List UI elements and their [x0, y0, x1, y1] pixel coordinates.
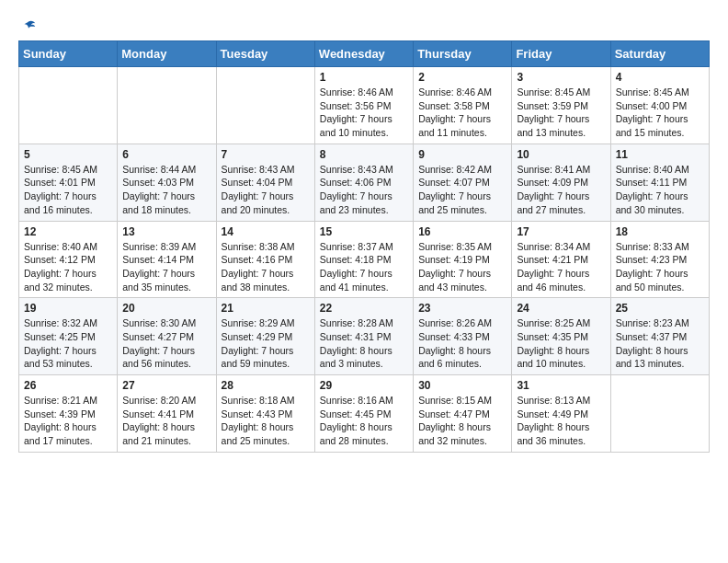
day-info: Sunrise: 8:15 AMSunset: 4:47 PMDaylight:…	[418, 394, 506, 448]
weekday-header-sunday: Sunday	[19, 41, 118, 67]
day-number: 18	[616, 225, 704, 238]
day-number: 12	[24, 225, 112, 238]
day-info: Sunrise: 8:46 AMSunset: 3:56 PMDaylight:…	[320, 86, 408, 140]
logo	[18, 18, 37, 31]
day-number: 6	[122, 148, 210, 161]
day-info: Sunrise: 8:44 AMSunset: 4:03 PMDaylight:…	[122, 163, 210, 217]
day-info: Sunrise: 8:33 AMSunset: 4:23 PMDaylight:…	[616, 240, 704, 294]
calendar-cell	[19, 67, 118, 144]
day-number: 2	[418, 71, 506, 84]
day-number: 21	[222, 302, 310, 315]
day-number: 17	[517, 225, 605, 238]
day-number: 7	[222, 148, 310, 161]
day-info: Sunrise: 8:45 AMSunset: 4:00 PMDaylight:…	[616, 86, 704, 140]
calendar-cell: 7Sunrise: 8:43 AMSunset: 4:04 PMDaylight…	[216, 144, 314, 221]
day-info: Sunrise: 8:43 AMSunset: 4:06 PMDaylight:…	[320, 163, 408, 217]
calendar-cell: 10Sunrise: 8:41 AMSunset: 4:09 PMDayligh…	[512, 144, 610, 221]
day-info: Sunrise: 8:39 AMSunset: 4:14 PMDaylight:…	[122, 240, 210, 294]
calendar-cell: 3Sunrise: 8:45 AMSunset: 3:59 PMDaylight…	[512, 67, 610, 144]
logo-bird-icon	[20, 18, 37, 35]
calendar-cell: 5Sunrise: 8:45 AMSunset: 4:01 PMDaylight…	[19, 144, 118, 221]
day-number: 4	[616, 71, 704, 84]
calendar-cell: 23Sunrise: 8:26 AMSunset: 4:33 PMDayligh…	[414, 298, 512, 375]
day-info: Sunrise: 8:34 AMSunset: 4:21 PMDaylight:…	[517, 240, 605, 294]
calendar-cell: 28Sunrise: 8:18 AMSunset: 4:43 PMDayligh…	[216, 375, 314, 453]
day-info: Sunrise: 8:38 AMSunset: 4:16 PMDaylight:…	[222, 240, 310, 294]
calendar-cell: 16Sunrise: 8:35 AMSunset: 4:19 PMDayligh…	[414, 221, 512, 298]
weekday-header-tuesday: Tuesday	[216, 41, 314, 67]
calendar-cell: 12Sunrise: 8:40 AMSunset: 4:12 PMDayligh…	[19, 221, 118, 298]
calendar-cell: 9Sunrise: 8:42 AMSunset: 4:07 PMDaylight…	[414, 144, 512, 221]
day-info: Sunrise: 8:43 AMSunset: 4:04 PMDaylight:…	[222, 163, 310, 217]
day-number: 3	[517, 71, 605, 84]
calendar-cell: 29Sunrise: 8:16 AMSunset: 4:45 PMDayligh…	[314, 375, 413, 453]
weekday-header-thursday: Thursday	[414, 41, 512, 67]
day-number: 11	[616, 148, 704, 161]
day-number: 24	[517, 302, 605, 315]
calendar-cell	[118, 67, 216, 144]
calendar-cell: 20Sunrise: 8:30 AMSunset: 4:27 PMDayligh…	[118, 298, 216, 375]
day-number: 23	[418, 302, 506, 315]
day-number: 9	[418, 148, 506, 161]
day-info: Sunrise: 8:25 AMSunset: 4:35 PMDaylight:…	[517, 316, 605, 371]
day-number: 19	[24, 302, 112, 315]
day-info: Sunrise: 8:45 AMSunset: 3:59 PMDaylight:…	[517, 86, 605, 140]
day-info: Sunrise: 8:21 AMSunset: 4:39 PMDaylight:…	[24, 394, 112, 448]
calendar-cell: 2Sunrise: 8:46 AMSunset: 3:58 PMDaylight…	[414, 67, 512, 144]
calendar-cell: 1Sunrise: 8:46 AMSunset: 3:56 PMDaylight…	[314, 67, 413, 144]
day-info: Sunrise: 8:26 AMSunset: 4:33 PMDaylight:…	[418, 316, 506, 371]
day-info: Sunrise: 8:30 AMSunset: 4:27 PMDaylight:…	[122, 316, 210, 371]
day-info: Sunrise: 8:13 AMSunset: 4:49 PMDaylight:…	[517, 394, 605, 448]
header	[18, 18, 710, 31]
day-number: 15	[320, 225, 408, 238]
weekday-header-wednesday: Wednesday	[314, 41, 413, 67]
day-number: 25	[616, 302, 704, 315]
calendar-cell: 19Sunrise: 8:32 AMSunset: 4:25 PMDayligh…	[19, 298, 118, 375]
day-number: 26	[24, 379, 112, 392]
calendar-cell: 18Sunrise: 8:33 AMSunset: 4:23 PMDayligh…	[610, 221, 709, 298]
calendar-cell: 30Sunrise: 8:15 AMSunset: 4:47 PMDayligh…	[414, 375, 512, 453]
day-info: Sunrise: 8:37 AMSunset: 4:18 PMDaylight:…	[320, 240, 408, 294]
day-number: 8	[320, 148, 408, 161]
day-number: 1	[320, 71, 408, 84]
calendar-cell: 4Sunrise: 8:45 AMSunset: 4:00 PMDaylight…	[610, 67, 709, 144]
calendar-cell: 11Sunrise: 8:40 AMSunset: 4:11 PMDayligh…	[610, 144, 709, 221]
day-info: Sunrise: 8:40 AMSunset: 4:12 PMDaylight:…	[24, 240, 112, 294]
calendar-cell: 17Sunrise: 8:34 AMSunset: 4:21 PMDayligh…	[512, 221, 610, 298]
day-info: Sunrise: 8:46 AMSunset: 3:58 PMDaylight:…	[418, 86, 506, 140]
day-number: 22	[320, 302, 408, 315]
day-info: Sunrise: 8:45 AMSunset: 4:01 PMDaylight:…	[24, 163, 112, 217]
calendar-cell: 21Sunrise: 8:29 AMSunset: 4:29 PMDayligh…	[216, 298, 314, 375]
day-number: 13	[122, 225, 210, 238]
calendar-cell: 22Sunrise: 8:28 AMSunset: 4:31 PMDayligh…	[314, 298, 413, 375]
day-number: 30	[418, 379, 506, 392]
day-number: 31	[517, 379, 605, 392]
day-info: Sunrise: 8:35 AMSunset: 4:19 PMDaylight:…	[418, 240, 506, 294]
day-info: Sunrise: 8:18 AMSunset: 4:43 PMDaylight:…	[222, 394, 310, 448]
day-info: Sunrise: 8:16 AMSunset: 4:45 PMDaylight:…	[320, 394, 408, 448]
calendar-cell: 13Sunrise: 8:39 AMSunset: 4:14 PMDayligh…	[118, 221, 216, 298]
day-number: 10	[517, 148, 605, 161]
calendar-cell: 24Sunrise: 8:25 AMSunset: 4:35 PMDayligh…	[512, 298, 610, 375]
calendar-cell: 14Sunrise: 8:38 AMSunset: 4:16 PMDayligh…	[216, 221, 314, 298]
calendar-cell: 6Sunrise: 8:44 AMSunset: 4:03 PMDaylight…	[118, 144, 216, 221]
day-number: 5	[24, 148, 112, 161]
weekday-header-monday: Monday	[118, 41, 216, 67]
day-number: 16	[418, 225, 506, 238]
calendar-cell	[216, 67, 314, 144]
calendar-cell: 27Sunrise: 8:20 AMSunset: 4:41 PMDayligh…	[118, 375, 216, 453]
calendar-cell	[610, 375, 709, 453]
calendar-cell: 8Sunrise: 8:43 AMSunset: 4:06 PMDaylight…	[314, 144, 413, 221]
day-info: Sunrise: 8:32 AMSunset: 4:25 PMDaylight:…	[24, 316, 112, 371]
day-number: 29	[320, 379, 408, 392]
day-info: Sunrise: 8:28 AMSunset: 4:31 PMDaylight:…	[320, 316, 408, 371]
day-info: Sunrise: 8:29 AMSunset: 4:29 PMDaylight:…	[222, 316, 310, 371]
weekday-header-friday: Friday	[512, 41, 610, 67]
calendar-cell: 26Sunrise: 8:21 AMSunset: 4:39 PMDayligh…	[19, 375, 118, 453]
calendar: SundayMondayTuesdayWednesdayThursdayFrid…	[18, 40, 710, 453]
day-info: Sunrise: 8:42 AMSunset: 4:07 PMDaylight:…	[418, 163, 506, 217]
day-info: Sunrise: 8:41 AMSunset: 4:09 PMDaylight:…	[517, 163, 605, 217]
day-info: Sunrise: 8:23 AMSunset: 4:37 PMDaylight:…	[616, 316, 704, 371]
day-info: Sunrise: 8:40 AMSunset: 4:11 PMDaylight:…	[616, 163, 704, 217]
day-number: 27	[122, 379, 210, 392]
